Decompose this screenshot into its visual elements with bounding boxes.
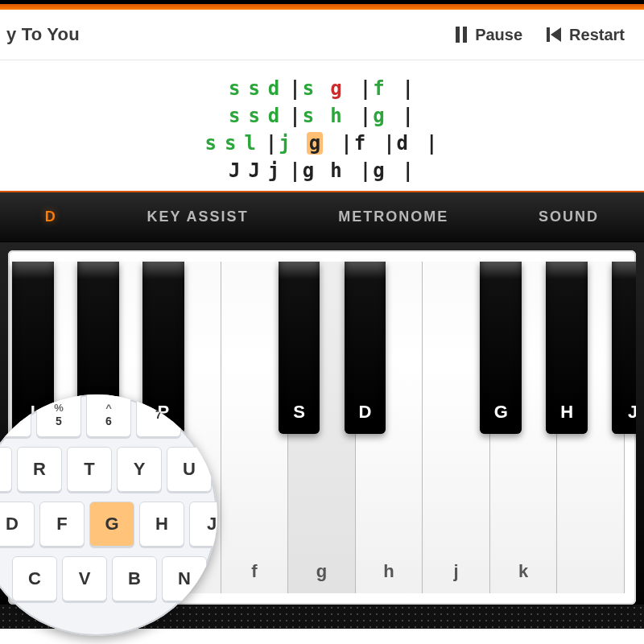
restart-button[interactable]: Restart bbox=[547, 26, 625, 44]
kb-key: C bbox=[12, 556, 57, 601]
note-token: s bbox=[248, 77, 259, 100]
note-token: g bbox=[373, 105, 384, 127]
kb-key: B bbox=[112, 556, 157, 601]
kb-key: E bbox=[0, 447, 12, 492]
pause-button[interactable]: Pause bbox=[456, 26, 522, 44]
score-row: ssd|sh|g| bbox=[0, 102, 644, 130]
black-key[interactable]: J bbox=[612, 262, 636, 434]
tab-sound[interactable]: SOUND bbox=[532, 205, 605, 229]
barline: | bbox=[287, 77, 302, 100]
note-token: j bbox=[279, 132, 290, 155]
note-token: d bbox=[397, 132, 408, 155]
black-key[interactable]: H bbox=[546, 262, 588, 434]
header-bar: y To You Pause Restart bbox=[0, 10, 644, 60]
kb-key: R bbox=[17, 447, 62, 492]
barline: | bbox=[382, 132, 396, 155]
kb-key: ^6 bbox=[86, 394, 131, 437]
barline: | bbox=[287, 159, 302, 182]
piano-menubar: D KEY ASSIST METRONOME SOUND bbox=[0, 191, 644, 242]
barline: | bbox=[424, 132, 439, 155]
kb-row: DFGHJ bbox=[0, 499, 217, 549]
note-token: s bbox=[205, 132, 217, 155]
note-token: f bbox=[354, 132, 365, 155]
restart-label: Restart bbox=[569, 26, 625, 44]
note-token: s bbox=[229, 77, 240, 100]
kb-key: F bbox=[39, 502, 85, 547]
score-row: ssl|jg|f|d| bbox=[0, 130, 644, 157]
kb-key: H bbox=[139, 502, 184, 547]
barline: | bbox=[358, 105, 373, 127]
note-token: s bbox=[248, 105, 259, 127]
barline: | bbox=[401, 77, 415, 100]
barline: | bbox=[339, 132, 353, 155]
kb-key: T bbox=[67, 447, 112, 492]
kb-key: Y bbox=[117, 447, 162, 492]
note-token: s bbox=[229, 105, 240, 127]
kb-row: ERTYU bbox=[0, 444, 217, 494]
tab-active-d[interactable]: D bbox=[39, 205, 64, 229]
tab-metronome[interactable]: METRONOME bbox=[332, 205, 455, 229]
kb-key: J bbox=[189, 502, 217, 547]
note-token: d bbox=[268, 105, 279, 127]
note-token: g bbox=[307, 132, 323, 155]
score-tablature: ssd|sg|f|ssd|sh|g|ssl|jg|f|d|JJj|gh|g| bbox=[0, 60, 644, 191]
note-token: h bbox=[330, 105, 341, 127]
black-key[interactable]: S bbox=[279, 262, 320, 434]
kb-key: D bbox=[0, 502, 35, 547]
barline: | bbox=[401, 105, 415, 127]
note-token: h bbox=[330, 159, 341, 182]
barline: | bbox=[358, 159, 373, 182]
barline: | bbox=[358, 77, 373, 100]
note-token: g bbox=[330, 77, 341, 100]
top-accent-bar bbox=[0, 0, 644, 10]
note-token: s bbox=[303, 77, 314, 100]
note-token: j bbox=[268, 159, 279, 182]
note-token: J bbox=[229, 159, 240, 182]
kb-key: G bbox=[89, 502, 134, 547]
black-key[interactable]: G bbox=[480, 262, 522, 434]
note-token: g bbox=[373, 159, 384, 182]
note-token: f bbox=[373, 77, 384, 100]
tab-key-assist[interactable]: KEY ASSIST bbox=[141, 205, 255, 229]
barline: | bbox=[264, 132, 279, 155]
note-token: J bbox=[248, 159, 259, 182]
note-token: s bbox=[303, 105, 314, 127]
pause-icon bbox=[456, 27, 467, 43]
score-row: JJj|gh|g| bbox=[0, 157, 644, 184]
barline: | bbox=[287, 105, 302, 127]
player-controls: Pause Restart bbox=[456, 26, 625, 44]
pause-label: Pause bbox=[475, 26, 522, 44]
note-token: d bbox=[268, 77, 279, 100]
note-token: l bbox=[244, 132, 255, 155]
app-root: y To You Pause Restart ssd|sg|f|ssd|sh|g… bbox=[0, 0, 644, 644]
black-key[interactable]: D bbox=[345, 262, 386, 434]
note-token: s bbox=[225, 132, 236, 155]
restart-icon bbox=[547, 27, 561, 42]
score-row: ssd|sg|f| bbox=[0, 75, 644, 102]
song-title: y To You bbox=[6, 24, 80, 45]
barline: | bbox=[401, 159, 415, 182]
note-token: g bbox=[303, 159, 314, 182]
kb-key: V bbox=[62, 556, 107, 601]
